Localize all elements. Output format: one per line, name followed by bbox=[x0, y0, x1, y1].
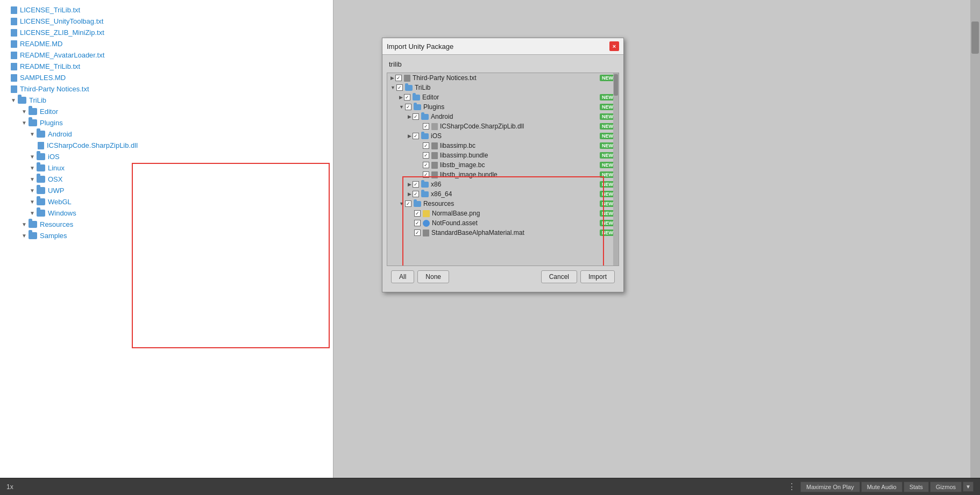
expand-icon: ▼ bbox=[399, 104, 404, 110]
tree-item-uwp[interactable]: ▼ UWP bbox=[0, 185, 333, 196]
tree-label: UWP bbox=[48, 186, 64, 195]
tree-item-linux[interactable]: ▼ Linux bbox=[0, 162, 333, 174]
right-scrollbar-track[interactable] bbox=[970, 0, 980, 478]
chevron-icon: ▼ bbox=[30, 188, 35, 193]
file-icon bbox=[11, 52, 17, 59]
dialog-tree-item[interactable]: ▼ TriLib bbox=[387, 83, 619, 92]
checkbox[interactable] bbox=[423, 152, 429, 159]
dialog-tree-item[interactable]: libassimp.bundle NEW bbox=[387, 150, 619, 160]
dialog-tree-item[interactable]: ▶ Android NEW bbox=[387, 112, 619, 121]
file-icon bbox=[11, 29, 17, 37]
cancel-button[interactable]: Cancel bbox=[541, 270, 577, 283]
item-label: Resources bbox=[423, 200, 454, 207]
tree-item-icsharp[interactable]: ICSharpCode.SharpZipLib.dll bbox=[0, 140, 333, 151]
folder-icon bbox=[37, 176, 45, 183]
import-button[interactable]: Import bbox=[580, 270, 615, 283]
tree-item-samples[interactable]: ▼ Samples bbox=[0, 230, 333, 241]
none-button[interactable]: None bbox=[417, 270, 449, 283]
tree-item-trilib[interactable]: ▼ TriLib bbox=[0, 95, 333, 106]
tree-item-third-party[interactable]: Third-Party Notices.txt bbox=[0, 83, 333, 95]
tree-item-webgl[interactable]: ▼ WebGL bbox=[0, 196, 333, 207]
item-label: iOS bbox=[431, 132, 442, 140]
dialog-title: Import Unity Package bbox=[387, 42, 453, 51]
dialog-scrollbar[interactable] bbox=[613, 73, 619, 266]
dialog-body: trilib ▶ Third-Party Notices.txt NEW ▼ bbox=[382, 55, 623, 292]
checkbox[interactable] bbox=[413, 181, 419, 188]
maximize-on-play-button[interactable]: Maximize On Play bbox=[800, 482, 860, 492]
folder-icon bbox=[413, 95, 420, 101]
tree-label: Plugins bbox=[40, 119, 63, 127]
gizmos-dropdown[interactable]: ▼ bbox=[963, 482, 974, 492]
dialog-tree-item[interactable]: ICSharpCode.SharpZipLib.dll NEW bbox=[387, 121, 619, 131]
folder-icon bbox=[414, 201, 421, 207]
dialog-tree-item[interactable]: ▶ x86_64 NEW bbox=[387, 189, 619, 199]
file-icon bbox=[11, 6, 17, 14]
checkbox[interactable] bbox=[413, 133, 419, 139]
dialog-tree-item[interactable]: ▶ Third-Party Notices.txt NEW bbox=[387, 73, 619, 83]
dialog-tree-item[interactable]: ▶ Editor NEW bbox=[387, 92, 619, 102]
tree-label: LICENSE_TriLib.txt bbox=[20, 6, 80, 14]
tree-item-ios[interactable]: ▼ iOS bbox=[0, 151, 333, 162]
dialog-close-button[interactable]: × bbox=[609, 41, 619, 51]
checkbox[interactable] bbox=[405, 200, 411, 207]
tree-item-license-trilib[interactable]: LICENSE_TriLib.txt bbox=[0, 4, 333, 16]
dialog-tree-item[interactable]: ▶ iOS NEW bbox=[387, 131, 619, 141]
dialog-tree-item[interactable]: StandardBaseAlphaMaterial.mat NEW bbox=[387, 228, 619, 238]
tree-label: OSX bbox=[48, 175, 62, 183]
expand-icon: ▶ bbox=[408, 133, 411, 139]
dialog-tree-item[interactable]: ▶ x86 NEW bbox=[387, 180, 619, 189]
checkbox[interactable] bbox=[404, 94, 410, 101]
tree-item-resources[interactable]: ▼ Resources bbox=[0, 219, 333, 230]
dialog-tree-item[interactable]: NotFound.asset NEW bbox=[387, 218, 619, 228]
tree-item-readme-md[interactable]: README.MD bbox=[0, 38, 333, 49]
chevron-icon: ▼ bbox=[22, 120, 27, 126]
checkbox[interactable] bbox=[395, 75, 402, 81]
tree-item-windows[interactable]: ▼ Windows bbox=[0, 207, 333, 219]
checkbox[interactable] bbox=[413, 113, 419, 120]
dialog-tree-item[interactable]: NormalBase.png NEW bbox=[387, 209, 619, 218]
folder-icon bbox=[18, 97, 26, 104]
all-button[interactable]: All bbox=[391, 270, 414, 283]
right-scrollbar-thumb[interactable] bbox=[971, 21, 979, 54]
tree-item-samples-md[interactable]: SAMPLES.MD bbox=[0, 72, 333, 83]
dialog-footer: All None Cancel Import bbox=[387, 266, 619, 288]
dialog-tree[interactable]: ▶ Third-Party Notices.txt NEW ▼ TriLib bbox=[387, 73, 619, 266]
gizmos-button[interactable]: Gizmos bbox=[930, 482, 962, 492]
more-options-icon[interactable]: ⋮ bbox=[787, 482, 796, 492]
dialog-tree-item[interactable]: ▼ Resources NEW bbox=[387, 199, 619, 209]
chevron-icon: ▼ bbox=[22, 233, 27, 239]
tree-item-license-unity[interactable]: LICENSE_UnityToolbag.txt bbox=[0, 16, 333, 27]
checkbox[interactable] bbox=[396, 84, 403, 91]
item-label: libassimp.bc bbox=[440, 142, 475, 149]
folder-icon bbox=[37, 164, 45, 171]
tree-item-readme-avatar[interactable]: README_AvatarLoader.txt bbox=[0, 49, 333, 61]
dialog-tree-item[interactable]: libstb_image.bc NEW bbox=[387, 160, 619, 170]
scrollbar-thumb[interactable] bbox=[614, 74, 618, 96]
checkbox[interactable] bbox=[423, 123, 429, 130]
item-label: NormalBase.png bbox=[432, 210, 480, 217]
tree-item-license-zlib[interactable]: LICENSE_ZLIB_MiniZip.txt bbox=[0, 27, 333, 38]
dialog-tree-item-plugins[interactable]: ▼ Plugins NEW bbox=[387, 102, 619, 112]
tree-item-osx[interactable]: ▼ OSX bbox=[0, 174, 333, 185]
stats-button[interactable]: Stats bbox=[904, 482, 929, 492]
expand-icon: ▶ bbox=[390, 75, 394, 81]
dialog-tree-item[interactable]: libstb_image.bundle NEW bbox=[387, 170, 619, 180]
import-unity-package-dialog: Import Unity Package × trilib ▶ Third-Pa… bbox=[382, 38, 624, 292]
checkbox[interactable] bbox=[423, 162, 429, 168]
checkbox[interactable] bbox=[414, 229, 421, 236]
checkbox[interactable] bbox=[423, 142, 429, 149]
tree-item-plugins[interactable]: ▼ Plugins bbox=[0, 117, 333, 128]
tree-item-android[interactable]: ▼ Android bbox=[0, 128, 333, 140]
checkbox[interactable] bbox=[423, 171, 429, 178]
right-area: Import Unity Package × trilib ▶ Third-Pa… bbox=[333, 0, 980, 478]
checkbox[interactable] bbox=[405, 104, 411, 110]
item-label: Android bbox=[431, 113, 453, 120]
checkbox[interactable] bbox=[414, 220, 421, 226]
mute-audio-button[interactable]: Mute Audio bbox=[861, 482, 903, 492]
checkbox[interactable] bbox=[414, 210, 421, 217]
checkbox[interactable] bbox=[413, 191, 419, 197]
tree-item-readme-trilib[interactable]: README_TriLib.txt bbox=[0, 61, 333, 72]
tree-item-editor[interactable]: ▼ Editor bbox=[0, 106, 333, 117]
dialog-tree-item[interactable]: libassimp.bc NEW bbox=[387, 141, 619, 150]
expand-icon: ▼ bbox=[390, 85, 395, 90]
